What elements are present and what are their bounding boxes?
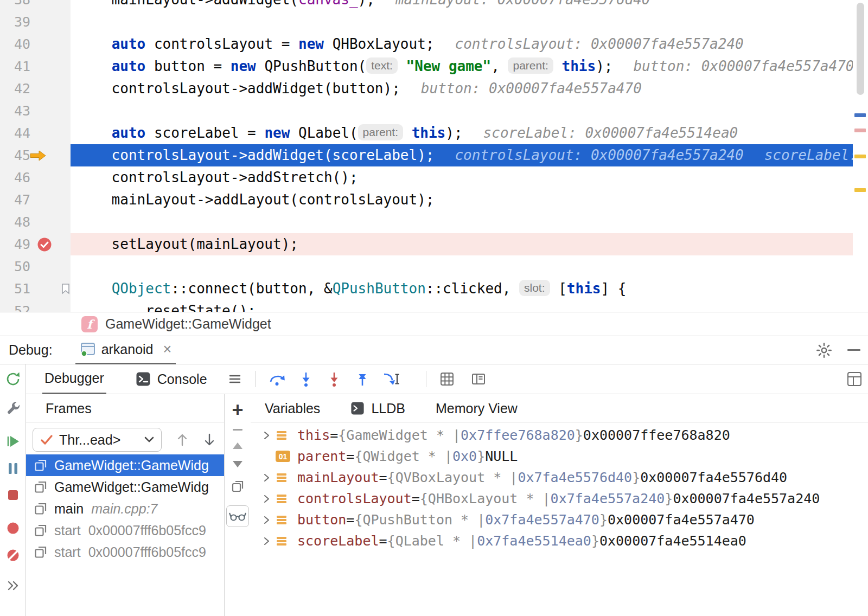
variable-row[interactable]: scoreLabel = {QLabel * | 0x7fa4e5514ea0}… [251,530,868,551]
code-text[interactable]: auto scoreLabel = new QLabel(parent: thi… [71,122,853,144]
step-over-icon[interactable] [269,371,286,387]
code-text[interactable]: controlsLayout->addStretch(); [71,166,853,189]
debugger-toolbar: Debugger Console [26,364,868,394]
gutter-line-46[interactable]: 46 [0,166,71,189]
variable-type: {QPushButton * | [354,512,485,528]
code-editor[interactable]: 38 mainLayout->addWidget(canvas_);mainLa… [0,0,868,312]
gutter-line-51[interactable]: 51 [0,278,71,300]
show-watches-toggle[interactable] [226,505,249,527]
gutter-line-48[interactable]: 48 [0,211,71,233]
gear-icon[interactable] [816,342,832,358]
show-columns-icon[interactable] [471,371,486,387]
hide-toolwindow-icon[interactable] [847,349,860,351]
code-text[interactable]: QObject::connect(button, &QPushButton::c… [71,278,853,300]
variable-row[interactable]: controlsLayout = {QHBoxLayout * | 0x7fa4… [251,488,868,509]
code-text[interactable]: controlsLayout->addWidget(scoreLabel);co… [71,144,853,166]
variable-type-close: } [477,448,485,464]
resume-icon[interactable] [5,434,21,449]
thread-selector[interactable]: Thr...ead> [33,428,162,452]
expand-chevron-icon[interactable] [257,473,276,482]
code-text[interactable] [71,211,853,233]
run-to-cursor-icon[interactable] [382,371,401,387]
line-number: 49 [0,233,30,255]
code-text[interactable] [71,100,853,122]
frame-row[interactable]: GameWidget::GameWidg [26,454,224,476]
stack-frame-icon [34,480,48,494]
tab-debugger[interactable]: Debugger [42,364,106,394]
gutter-line-39[interactable]: 39 [0,11,71,33]
move-watch-down-icon[interactable] [233,461,242,467]
next-frame-icon[interactable] [203,432,216,447]
line-number: 41 [0,55,30,78]
tab-debugger-label: Debugger [44,370,104,386]
variable-row[interactable]: 01parent = {QWidget * | 0x0} NULL [251,446,868,467]
code-text[interactable]: resetState(); [71,300,853,312]
code-line-50: 50 [0,255,853,278]
tab-lldb[interactable]: LLDB [350,401,405,416]
force-step-into-icon[interactable] [326,371,342,387]
line-number: 42 [0,78,30,100]
code-text[interactable] [71,255,853,278]
expand-chevron-icon[interactable] [257,495,276,503]
code-text[interactable] [71,11,853,33]
gutter-line-43[interactable]: 43 [0,100,71,122]
gutter-line-45[interactable]: 45 [0,144,71,166]
evaluate-expression-icon[interactable] [439,371,455,387]
frame-row[interactable]: start0x00007fff6b05fcc9 [26,541,224,563]
code-line-49: 49 setLayout(mainLayout); [0,233,853,255]
gutter-line-38[interactable]: 38 [0,0,71,11]
previous-frame-icon[interactable] [176,432,189,447]
variables-title[interactable]: Variables [265,401,320,416]
gutter-line-41[interactable]: 41 [0,55,71,78]
gutter-line-47[interactable]: 47 [0,189,71,211]
remove-watch-icon[interactable] [233,429,242,431]
sticky-function-bar[interactable]: f GameWidget::GameWidget [0,312,868,336]
pause-icon[interactable] [6,461,20,476]
enclosing-function-label: GameWidget::GameWidget [105,316,271,332]
close-tab-icon[interactable]: × [163,342,172,357]
move-watch-up-icon[interactable] [233,442,242,449]
code-text[interactable]: setLayout(mainLayout); [71,233,853,255]
code-text[interactable]: controlsLayout->addWidget(button);button… [71,78,853,100]
stop-icon[interactable] [6,488,20,502]
layout-options-icon[interactable] [228,372,242,386]
code-text[interactable]: auto button = new QPushButton(text: "New… [71,55,853,78]
run-config-tab-arkanoid[interactable]: arkanoid × [75,336,176,364]
breakpoint-icon[interactable] [37,237,52,252]
gutter-line-50[interactable]: 50 [0,255,71,278]
variable-row[interactable]: button = {QPushButton * | 0x7fa4e557a470… [251,509,868,530]
step-into-icon[interactable] [298,371,314,387]
tab-console[interactable]: Console [133,364,209,394]
code-text[interactable]: auto controlsLayout = new QHBoxLayout;co… [71,33,853,55]
variable-row[interactable]: this = {GameWidget * | 0x7ffee768a820} 0… [251,425,868,446]
mute-breakpoints-icon[interactable] [5,548,21,563]
rerun-icon[interactable] [5,371,21,387]
frame-row[interactable]: start0x00007fff6b05fcc9 [26,519,224,541]
code-text[interactable]: mainLayout->addWidget(canvas_);mainLayou… [71,0,853,11]
expand-chevron-icon[interactable] [257,516,276,524]
step-out-icon[interactable] [354,371,371,387]
stack-frame-icon [34,545,48,559]
view-breakpoints-icon[interactable] [5,521,21,536]
restore-layout-icon[interactable] [846,371,863,387]
gutter-line-42[interactable]: 42 [0,78,71,100]
add-watch-icon[interactable]: + [232,403,243,417]
code-text[interactable]: mainLayout->addLayout(controlsLayout); [71,189,853,211]
frame-row[interactable]: mainmain.cpp:7 [26,498,224,519]
variable-row[interactable]: mainLayout = {QVBoxLayout * | 0x7fa4e557… [251,467,868,488]
expand-chevron-icon[interactable] [257,537,276,546]
frame-row[interactable]: GameWidget::GameWidg [26,476,224,498]
duplicate-watch-icon[interactable] [231,479,245,493]
gutter-line-49[interactable]: 49 [0,233,71,255]
line-number: 48 [0,211,30,233]
scrollbar-thumb[interactable] [857,3,864,95]
debugger-inline-hint: controlsLayout: 0x00007fa4e557a240 [455,36,743,52]
more-chevrons-icon[interactable] [6,579,20,592]
settings-wrench-icon[interactable] [5,400,21,415]
gutter-line-52[interactable]: 52 [0,300,71,312]
gutter-line-40[interactable]: 40 [0,33,71,55]
gutter-line-44[interactable]: 44 [0,122,71,144]
variable-type-close: } [591,533,599,549]
tab-memory-view[interactable]: Memory View [436,401,518,416]
expand-chevron-icon[interactable] [257,431,276,440]
